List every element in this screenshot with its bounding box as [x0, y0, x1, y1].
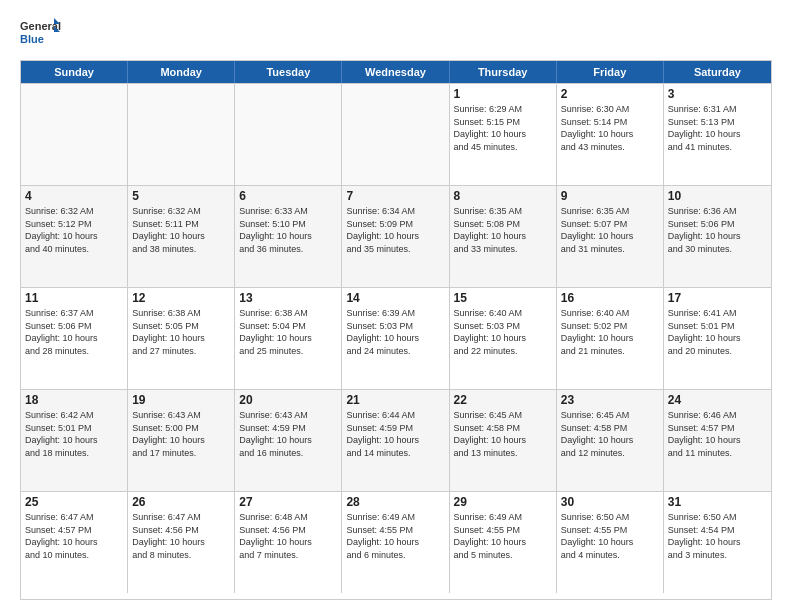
day-number: 17	[668, 291, 767, 305]
header-tuesday: Tuesday	[235, 61, 342, 83]
cell-info: Sunrise: 6:50 AM Sunset: 4:55 PM Dayligh…	[561, 511, 659, 561]
cell-info: Sunrise: 6:50 AM Sunset: 4:54 PM Dayligh…	[668, 511, 767, 561]
table-row: 29Sunrise: 6:49 AM Sunset: 4:55 PM Dayli…	[450, 492, 557, 593]
table-row: 24Sunrise: 6:46 AM Sunset: 4:57 PM Dayli…	[664, 390, 771, 491]
calendar-row: 18Sunrise: 6:42 AM Sunset: 5:01 PM Dayli…	[21, 389, 771, 491]
table-row: 4Sunrise: 6:32 AM Sunset: 5:12 PM Daylig…	[21, 186, 128, 287]
day-number: 18	[25, 393, 123, 407]
day-number: 16	[561, 291, 659, 305]
table-row: 11Sunrise: 6:37 AM Sunset: 5:06 PM Dayli…	[21, 288, 128, 389]
calendar-row: 1Sunrise: 6:29 AM Sunset: 5:15 PM Daylig…	[21, 83, 771, 185]
day-number: 21	[346, 393, 444, 407]
table-row: 12Sunrise: 6:38 AM Sunset: 5:05 PM Dayli…	[128, 288, 235, 389]
table-row	[128, 84, 235, 185]
cell-info: Sunrise: 6:41 AM Sunset: 5:01 PM Dayligh…	[668, 307, 767, 357]
table-row: 21Sunrise: 6:44 AM Sunset: 4:59 PM Dayli…	[342, 390, 449, 491]
cell-info: Sunrise: 6:44 AM Sunset: 4:59 PM Dayligh…	[346, 409, 444, 459]
table-row: 22Sunrise: 6:45 AM Sunset: 4:58 PM Dayli…	[450, 390, 557, 491]
cell-info: Sunrise: 6:36 AM Sunset: 5:06 PM Dayligh…	[668, 205, 767, 255]
calendar-body: 1Sunrise: 6:29 AM Sunset: 5:15 PM Daylig…	[21, 83, 771, 593]
table-row: 8Sunrise: 6:35 AM Sunset: 5:08 PM Daylig…	[450, 186, 557, 287]
cell-info: Sunrise: 6:47 AM Sunset: 4:57 PM Dayligh…	[25, 511, 123, 561]
table-row: 5Sunrise: 6:32 AM Sunset: 5:11 PM Daylig…	[128, 186, 235, 287]
day-number: 15	[454, 291, 552, 305]
cell-info: Sunrise: 6:37 AM Sunset: 5:06 PM Dayligh…	[25, 307, 123, 357]
calendar-header: Sunday Monday Tuesday Wednesday Thursday…	[21, 61, 771, 83]
header-sunday: Sunday	[21, 61, 128, 83]
table-row: 30Sunrise: 6:50 AM Sunset: 4:55 PM Dayli…	[557, 492, 664, 593]
calendar-row: 11Sunrise: 6:37 AM Sunset: 5:06 PM Dayli…	[21, 287, 771, 389]
day-number: 5	[132, 189, 230, 203]
day-number: 28	[346, 495, 444, 509]
day-number: 19	[132, 393, 230, 407]
cell-info: Sunrise: 6:49 AM Sunset: 4:55 PM Dayligh…	[454, 511, 552, 561]
cell-info: Sunrise: 6:40 AM Sunset: 5:03 PM Dayligh…	[454, 307, 552, 357]
table-row	[235, 84, 342, 185]
day-number: 30	[561, 495, 659, 509]
day-number: 10	[668, 189, 767, 203]
day-number: 3	[668, 87, 767, 101]
table-row: 28Sunrise: 6:49 AM Sunset: 4:55 PM Dayli…	[342, 492, 449, 593]
day-number: 29	[454, 495, 552, 509]
day-number: 13	[239, 291, 337, 305]
day-number: 25	[25, 495, 123, 509]
cell-info: Sunrise: 6:46 AM Sunset: 4:57 PM Dayligh…	[668, 409, 767, 459]
calendar-row: 25Sunrise: 6:47 AM Sunset: 4:57 PM Dayli…	[21, 491, 771, 593]
cell-info: Sunrise: 6:33 AM Sunset: 5:10 PM Dayligh…	[239, 205, 337, 255]
table-row: 9Sunrise: 6:35 AM Sunset: 5:07 PM Daylig…	[557, 186, 664, 287]
day-number: 24	[668, 393, 767, 407]
table-row: 20Sunrise: 6:43 AM Sunset: 4:59 PM Dayli…	[235, 390, 342, 491]
header-wednesday: Wednesday	[342, 61, 449, 83]
cell-info: Sunrise: 6:45 AM Sunset: 4:58 PM Dayligh…	[561, 409, 659, 459]
table-row: 10Sunrise: 6:36 AM Sunset: 5:06 PM Dayli…	[664, 186, 771, 287]
cell-info: Sunrise: 6:35 AM Sunset: 5:08 PM Dayligh…	[454, 205, 552, 255]
day-number: 22	[454, 393, 552, 407]
cell-info: Sunrise: 6:35 AM Sunset: 5:07 PM Dayligh…	[561, 205, 659, 255]
day-number: 31	[668, 495, 767, 509]
table-row: 16Sunrise: 6:40 AM Sunset: 5:02 PM Dayli…	[557, 288, 664, 389]
table-row: 7Sunrise: 6:34 AM Sunset: 5:09 PM Daylig…	[342, 186, 449, 287]
logo-svg: General Blue	[20, 16, 62, 52]
cell-info: Sunrise: 6:38 AM Sunset: 5:05 PM Dayligh…	[132, 307, 230, 357]
cell-info: Sunrise: 6:40 AM Sunset: 5:02 PM Dayligh…	[561, 307, 659, 357]
header-thursday: Thursday	[450, 61, 557, 83]
cell-info: Sunrise: 6:43 AM Sunset: 4:59 PM Dayligh…	[239, 409, 337, 459]
day-number: 8	[454, 189, 552, 203]
table-row	[21, 84, 128, 185]
svg-text:Blue: Blue	[20, 33, 44, 45]
table-row: 18Sunrise: 6:42 AM Sunset: 5:01 PM Dayli…	[21, 390, 128, 491]
table-row: 25Sunrise: 6:47 AM Sunset: 4:57 PM Dayli…	[21, 492, 128, 593]
header-saturday: Saturday	[664, 61, 771, 83]
cell-info: Sunrise: 6:49 AM Sunset: 4:55 PM Dayligh…	[346, 511, 444, 561]
day-number: 7	[346, 189, 444, 203]
cell-info: Sunrise: 6:45 AM Sunset: 4:58 PM Dayligh…	[454, 409, 552, 459]
cell-info: Sunrise: 6:32 AM Sunset: 5:11 PM Dayligh…	[132, 205, 230, 255]
calendar-row: 4Sunrise: 6:32 AM Sunset: 5:12 PM Daylig…	[21, 185, 771, 287]
table-row: 6Sunrise: 6:33 AM Sunset: 5:10 PM Daylig…	[235, 186, 342, 287]
calendar: Sunday Monday Tuesday Wednesday Thursday…	[20, 60, 772, 600]
day-number: 9	[561, 189, 659, 203]
cell-info: Sunrise: 6:47 AM Sunset: 4:56 PM Dayligh…	[132, 511, 230, 561]
table-row: 15Sunrise: 6:40 AM Sunset: 5:03 PM Dayli…	[450, 288, 557, 389]
day-number: 2	[561, 87, 659, 101]
table-row: 19Sunrise: 6:43 AM Sunset: 5:00 PM Dayli…	[128, 390, 235, 491]
header-friday: Friday	[557, 61, 664, 83]
cell-info: Sunrise: 6:38 AM Sunset: 5:04 PM Dayligh…	[239, 307, 337, 357]
day-number: 12	[132, 291, 230, 305]
table-row	[342, 84, 449, 185]
day-number: 23	[561, 393, 659, 407]
logo: General Blue	[20, 16, 62, 52]
day-number: 4	[25, 189, 123, 203]
day-number: 11	[25, 291, 123, 305]
table-row: 26Sunrise: 6:47 AM Sunset: 4:56 PM Dayli…	[128, 492, 235, 593]
table-row: 23Sunrise: 6:45 AM Sunset: 4:58 PM Dayli…	[557, 390, 664, 491]
day-number: 6	[239, 189, 337, 203]
table-row: 14Sunrise: 6:39 AM Sunset: 5:03 PM Dayli…	[342, 288, 449, 389]
cell-info: Sunrise: 6:42 AM Sunset: 5:01 PM Dayligh…	[25, 409, 123, 459]
cell-info: Sunrise: 6:29 AM Sunset: 5:15 PM Dayligh…	[454, 103, 552, 153]
cell-info: Sunrise: 6:43 AM Sunset: 5:00 PM Dayligh…	[132, 409, 230, 459]
table-row: 31Sunrise: 6:50 AM Sunset: 4:54 PM Dayli…	[664, 492, 771, 593]
day-number: 27	[239, 495, 337, 509]
day-number: 1	[454, 87, 552, 101]
cell-info: Sunrise: 6:39 AM Sunset: 5:03 PM Dayligh…	[346, 307, 444, 357]
